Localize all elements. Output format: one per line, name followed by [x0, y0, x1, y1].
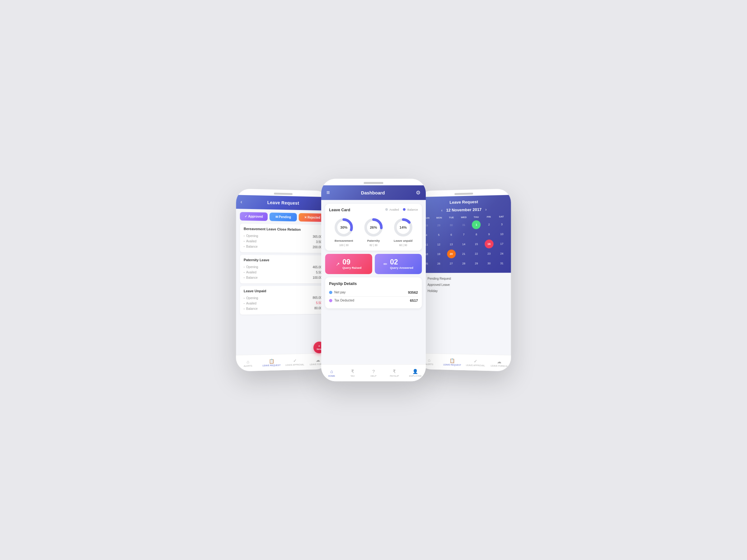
- nav-home[interactable]: ⌂ HOME: [321, 365, 342, 381]
- phone-notch-right: [455, 193, 473, 195]
- cal-day[interactable]: 10: [497, 230, 507, 239]
- cal-day[interactable]: 29: [435, 221, 443, 230]
- cal-day[interactable]: 9: [485, 230, 493, 239]
- cal-day[interactable]: 6: [447, 230, 456, 239]
- weekday-mon: MON: [433, 216, 445, 219]
- nav-employee[interactable]: 👤 EMPLOYEE: [405, 365, 426, 381]
- opening-value: 465.00: [312, 265, 322, 269]
- nav-tax[interactable]: ₹ TAX: [342, 365, 363, 381]
- employee-icon: 👤: [412, 369, 418, 374]
- nav-leave-approval-right-label: LEAVE APPROVAL: [466, 364, 485, 367]
- nav-leave-forecast-right-label: LEAVE FORECA: [491, 365, 507, 367]
- cal-day[interactable]: 7: [459, 230, 468, 239]
- cal-day[interactable]: 19: [435, 250, 443, 259]
- scene: ‹ Leave Request ✓ Approved ✉ Pending ✕ R…: [202, 184, 545, 376]
- nav-leave-request-right[interactable]: 📋 LEAVE REQUEST: [441, 354, 464, 370]
- nav-leave-request[interactable]: 📋 LEAVE REQUEST: [260, 354, 283, 371]
- cal-day[interactable]: 22: [472, 249, 481, 258]
- leave-row: Balance 200.00: [244, 244, 322, 250]
- cal-day[interactable]: 23: [485, 249, 493, 258]
- unpaid-section: Leave Unpaid Opening 865.00 Availed 5.50…: [240, 286, 326, 315]
- net-pay-dot: [329, 291, 332, 294]
- nav-alerts[interactable]: ⌂ ALERTS: [236, 355, 260, 371]
- leave-row: Opening 865.00: [244, 295, 322, 300]
- nav-home-label: HOME: [328, 375, 335, 377]
- rejected-label: Rejected: [308, 216, 320, 219]
- bereavement-title: Bereavement Leave Close Relation: [244, 227, 322, 232]
- query-answered-info: 02 Query Answered: [390, 258, 413, 270]
- balance-dot: [403, 208, 405, 211]
- calendar-month-nav: ‹ 12 November 2017 ›: [421, 207, 508, 213]
- tax-label: Tax Deducted: [329, 299, 354, 302]
- cal-day[interactable]: 26: [435, 259, 443, 268]
- back-icon-left[interactable]: ‹: [240, 199, 242, 205]
- payslip-title: Payslip Details: [329, 281, 418, 286]
- rejected-icon: ✕: [304, 216, 307, 219]
- cal-day[interactable]: 3: [497, 220, 507, 229]
- balance-value: 80.00: [314, 306, 322, 310]
- calendar-legend: Pending Request Approved Leave Holiday: [418, 273, 511, 297]
- net-pay-row: Net pay 93562: [329, 288, 418, 296]
- query-raised-btn[interactable]: ↗ 09 Query Raised: [325, 254, 372, 274]
- nav-leave-approval[interactable]: ✓ LEAVE APPROVAL: [283, 354, 306, 370]
- nav-payslip[interactable]: ₹ PAYSLIP: [384, 365, 405, 381]
- cal-day[interactable]: 27: [447, 259, 456, 268]
- query-answered-icon: ✏: [383, 261, 387, 267]
- approved-label: Approved: [248, 215, 263, 218]
- cal-day[interactable]: 14: [459, 240, 468, 248]
- nav-leave-approval-right[interactable]: ✓ LEAVE APPROVAL: [464, 354, 487, 371]
- cal-day[interactable]: 30: [485, 259, 493, 268]
- nav-help[interactable]: ? HELP: [363, 365, 384, 381]
- approved-tab[interactable]: ✓ Approved: [240, 212, 268, 221]
- calendar-weekdays: SUN MON TUE WED THU FRI SAT: [421, 215, 508, 219]
- phone-notch-left: [274, 193, 292, 195]
- pending-tab[interactable]: ✉ Pending: [269, 212, 297, 221]
- dashboard-title: Dashboard: [361, 190, 385, 195]
- cal-day-today[interactable]: 1: [472, 220, 481, 229]
- net-pay-text: Net pay: [334, 291, 345, 294]
- weekday-wed: WED: [458, 216, 470, 219]
- tax-text: Tax Deducted: [334, 299, 354, 302]
- nav-leave-forecast-right[interactable]: ☁ LEAVE FORECA: [487, 355, 511, 371]
- pending-icon: ✉: [276, 215, 278, 219]
- check-icon: ✓: [293, 358, 297, 363]
- prev-month-btn[interactable]: ‹: [441, 208, 443, 212]
- nav-alerts-right-label: ALERTS: [425, 363, 434, 366]
- cal-day[interactable]: 31: [497, 259, 507, 268]
- cal-day[interactable]: 5: [435, 231, 443, 239]
- cal-day[interactable]: 31: [459, 220, 468, 229]
- query-raised-label: Query Raised: [342, 266, 361, 270]
- paternity-name: Paternity: [367, 239, 380, 243]
- balance-legend: Balance: [403, 208, 418, 212]
- query-answered-num: 02: [390, 258, 413, 266]
- availed-dot: [385, 208, 387, 211]
- next-month-btn[interactable]: ›: [485, 207, 487, 212]
- cal-day[interactable]: 8: [472, 230, 481, 239]
- availed-label: Availed: [244, 302, 256, 305]
- left-phone-title: Leave Request: [267, 200, 299, 206]
- opening-value: 865.00: [312, 296, 322, 299]
- menu-icon[interactable]: ≡: [327, 189, 330, 196]
- nav-alerts-label: ALERTS: [244, 365, 252, 367]
- tax-dot: [329, 299, 332, 302]
- settings-icon[interactable]: ⚙: [416, 189, 420, 196]
- leave-unpaid-name: Leave unpaid: [394, 239, 412, 243]
- holiday-legend-label: Holiday: [427, 289, 438, 292]
- cal-day-pending[interactable]: 20: [447, 249, 456, 258]
- cal-day[interactable]: 17: [497, 239, 507, 248]
- cal-day[interactable]: 15: [472, 240, 481, 248]
- query-answered-btn[interactable]: ✏ 02 Query Answered: [375, 254, 422, 274]
- legend-approved: Approved Leave: [421, 283, 507, 287]
- bereavement-name: Bereavement: [335, 239, 353, 243]
- cal-day[interactable]: 21: [459, 249, 468, 258]
- cal-day[interactable]: 13: [447, 240, 456, 248]
- cal-day[interactable]: 28: [459, 259, 468, 268]
- leave-row: Availed 5.50: [244, 270, 322, 275]
- cal-day[interactable]: 30: [447, 220, 456, 229]
- cal-day[interactable]: 29: [472, 259, 481, 268]
- cal-day[interactable]: 2: [485, 220, 493, 229]
- cal-day-holiday[interactable]: 16: [485, 240, 493, 248]
- cal-day[interactable]: 24: [497, 249, 507, 258]
- cal-day[interactable]: 12: [435, 240, 443, 249]
- help-icon: ?: [372, 369, 375, 374]
